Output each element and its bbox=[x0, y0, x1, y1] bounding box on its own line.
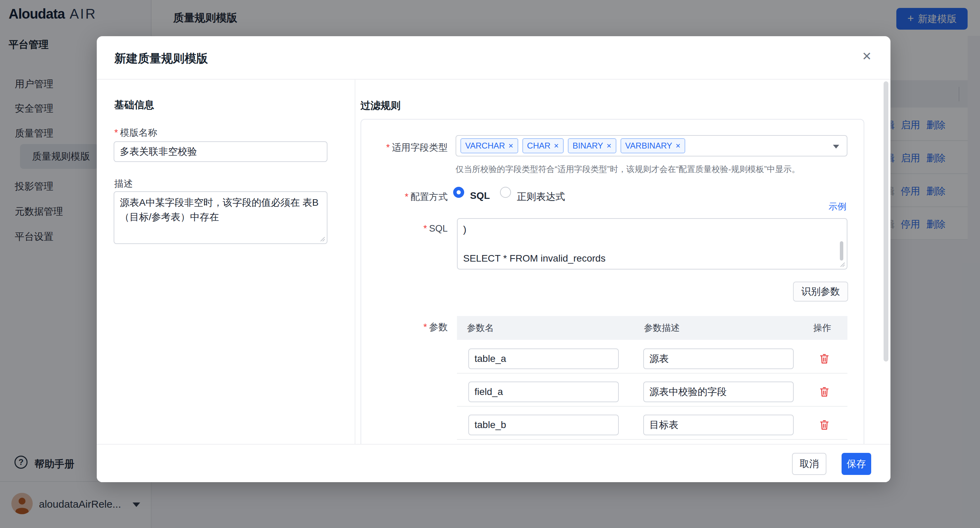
template-name-label: *模版名称 bbox=[115, 126, 158, 139]
description-textarea[interactable]: 源表A中某字段非空时，该字段的值必须在 表B（目标/参考表）中存在 bbox=[114, 191, 328, 244]
identify-params-button[interactable]: 识别参数 bbox=[793, 282, 848, 301]
radio-regex-label[interactable]: 正则表达式 bbox=[517, 190, 565, 203]
header-divider bbox=[97, 79, 891, 80]
section-filter-rule: 过滤规则 bbox=[361, 99, 401, 113]
create-template-modal: 新建质量规则模版 ✕ 基础信息 *模版名称 描述 源表A中某字段非空时，该字段的… bbox=[97, 36, 891, 482]
col-param-desc: 参数描述 bbox=[644, 316, 680, 340]
tag-varchar: VARCHAR× bbox=[460, 138, 518, 153]
row-separator bbox=[457, 373, 848, 373]
chevron-down-icon[interactable] bbox=[833, 145, 839, 148]
tag-binary: BINARY× bbox=[568, 138, 616, 153]
template-name-input[interactable] bbox=[114, 141, 328, 162]
pane-divider bbox=[355, 80, 355, 444]
param-name-input[interactable] bbox=[468, 348, 619, 369]
tag-close-icon[interactable]: × bbox=[509, 142, 514, 150]
param-desc-input[interactable] bbox=[643, 381, 794, 402]
description-label: 描述 bbox=[115, 177, 133, 190]
modal-title: 新建质量规则模版 bbox=[115, 51, 208, 67]
row-separator bbox=[457, 406, 848, 407]
modal-footer: 取消 保存 bbox=[97, 444, 891, 482]
modal-scrollbar-thumb[interactable] bbox=[884, 81, 888, 362]
resize-handle-icon[interactable] bbox=[318, 235, 325, 242]
app-root: 质量规则模版 + 新建模版 编辑启用删除 编辑启用删除 编辑停用删除 编辑停用删… bbox=[0, 0, 980, 528]
tag-varbinary: VARBINARY× bbox=[620, 138, 686, 153]
save-button[interactable]: 保存 bbox=[842, 453, 871, 475]
sql-textarea[interactable]: ) SELECT * FROM invalid_records bbox=[457, 218, 848, 270]
cancel-button[interactable]: 取消 bbox=[792, 453, 826, 475]
close-icon[interactable]: ✕ bbox=[862, 49, 872, 63]
col-actions: 操作 bbox=[813, 316, 831, 340]
tag-close-icon[interactable]: × bbox=[607, 142, 612, 150]
tag-char: CHAR× bbox=[522, 138, 564, 153]
param-name-input[interactable] bbox=[468, 381, 619, 402]
col-param-name: 参数名 bbox=[467, 316, 494, 340]
field-type-label: *适用字段类型 bbox=[344, 141, 448, 154]
param-desc-input[interactable] bbox=[643, 348, 794, 369]
params-table: 参数名 参数描述 操作 bbox=[457, 316, 848, 444]
example-link[interactable]: 示例 bbox=[829, 201, 846, 213]
trash-icon[interactable] bbox=[819, 420, 829, 431]
tag-close-icon[interactable]: × bbox=[676, 142, 681, 150]
trash-icon[interactable] bbox=[819, 386, 829, 397]
trash-icon[interactable] bbox=[819, 353, 829, 364]
section-basic-info: 基础信息 bbox=[115, 98, 154, 112]
field-type-hint: 仅当所校验的字段类型符合“适用字段类型”时，该规则才会在“配置质量校验-规则模板… bbox=[455, 164, 800, 175]
config-mode-label: *配置方式 bbox=[344, 191, 448, 203]
required-asterisk: * bbox=[115, 128, 118, 138]
row-separator bbox=[457, 439, 848, 440]
required-asterisk: * bbox=[405, 191, 408, 202]
textarea-scrollbar-thumb[interactable] bbox=[840, 241, 843, 260]
params-label: *参数 bbox=[344, 321, 448, 333]
param-desc-input[interactable] bbox=[643, 415, 794, 435]
param-name-input[interactable] bbox=[468, 415, 619, 435]
sql-label: *SQL bbox=[344, 223, 448, 234]
field-type-multiselect[interactable]: VARCHAR× CHAR× BINARY× VARBINARY× bbox=[455, 135, 848, 156]
tag-close-icon[interactable]: × bbox=[554, 142, 559, 150]
radio-sql-label[interactable]: SQL bbox=[470, 190, 490, 201]
radio-sql[interactable] bbox=[453, 187, 464, 198]
radio-regex[interactable] bbox=[500, 187, 511, 198]
resize-handle-icon[interactable] bbox=[838, 260, 845, 268]
params-table-header: 参数名 参数描述 操作 bbox=[457, 316, 848, 340]
required-asterisk: * bbox=[423, 223, 427, 234]
required-asterisk: * bbox=[423, 322, 427, 332]
required-asterisk: * bbox=[386, 142, 390, 153]
